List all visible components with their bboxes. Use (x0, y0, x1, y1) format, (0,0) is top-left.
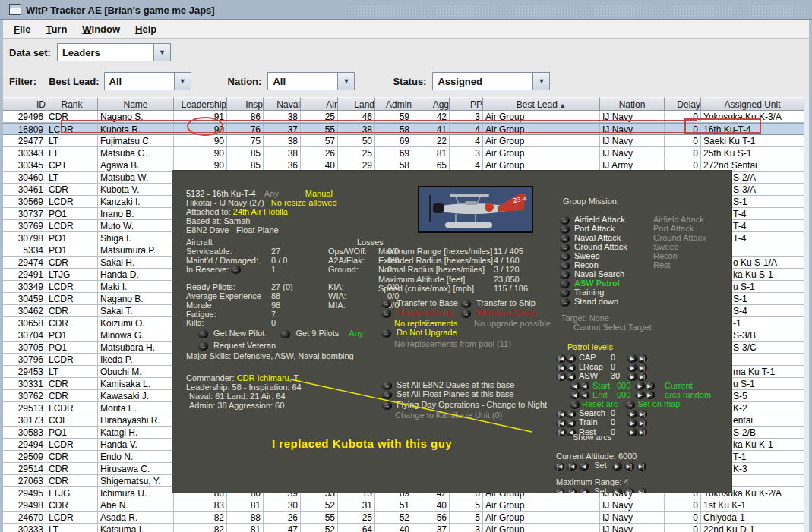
arc-up-button[interactable]: ▶ (635, 382, 645, 390)
mission-arrow-icon[interactable]: → (560, 235, 570, 243)
mission-option-naval-attack[interactable]: →Naval Attack (560, 233, 621, 243)
base-action-button[interactable]: →Set All E8N2 Daves at this base (382, 380, 514, 390)
patrol-max-button[interactable]: ▶| (637, 428, 647, 436)
patrol-max-button[interactable]: ▶| (637, 373, 647, 381)
range-down-button[interactable]: ◀ (579, 488, 589, 493)
altitude-down-fast-button[interactable]: |◀ (567, 462, 577, 471)
patrol-min-button[interactable]: |◀ (556, 410, 566, 418)
mission-option-training[interactable]: →Training (560, 288, 604, 297)
patrol-down-button[interactable]: ◀ (566, 419, 576, 427)
reset-arc-button[interactable]: Reset arc (580, 399, 618, 408)
disband-group-button[interactable]: Disband Group (397, 308, 453, 317)
request-veteran-button[interactable]: Request Veteran (213, 341, 276, 350)
column-header-insp[interactable]: Insp (227, 97, 264, 111)
action-arrow-icon[interactable]: → (382, 401, 392, 410)
table-row[interactable]: 24670LCDRAsada R.828826552552565Air Grou… (3, 512, 804, 524)
attached-value[interactable]: 24th Air Flotilla (233, 207, 288, 216)
column-header-leadership[interactable]: Leadership (174, 97, 227, 111)
patrol-max-button[interactable]: ▶| (637, 410, 647, 418)
transfer-to-base-button[interactable]: Transfer to Base (397, 298, 458, 307)
patrol-up-button[interactable]: ▶ (627, 373, 637, 381)
menu-turn[interactable]: Turn (39, 21, 73, 37)
arc-down-button[interactable]: ◀ (580, 391, 589, 399)
disband-group-icon[interactable]: → (381, 310, 391, 318)
base-action-button[interactable]: →Set All Float Planes at this base (382, 389, 514, 399)
arc-down-fast-button[interactable]: ◀ (570, 391, 580, 399)
column-header-air[interactable]: Air (301, 97, 338, 111)
mission-option-sweep[interactable]: →Sweep (560, 251, 600, 261)
patrol-down-button[interactable]: ◀ (566, 410, 576, 418)
mission-option-stand-down[interactable]: →Stand down (560, 297, 618, 307)
column-header-best-lead[interactable]: Best Lead ▲ (483, 97, 600, 111)
patrol-up-button[interactable]: ▶ (627, 419, 637, 427)
arc-up-fast-button[interactable]: ▶| (645, 382, 655, 390)
table-row[interactable]: 30345CPTAgawa B.908536402958654Air Group… (3, 159, 804, 172)
range-down-fast-button[interactable]: |◀ (567, 488, 577, 493)
set-on-map-icon[interactable]: → (625, 401, 635, 409)
action-arrow-icon[interactable]: → (382, 391, 392, 399)
table-header[interactable]: IDRankNameLeadershipInspNavalAirLandAdmi… (3, 97, 804, 111)
dataset-combo[interactable]: Leaders ▼ (57, 43, 171, 61)
get-new-pilot-button[interactable]: Get New Pilot (213, 329, 264, 338)
range-up-fast-button[interactable]: ▶| (624, 488, 634, 493)
mission-option-port-attack[interactable]: →Port Attack (560, 224, 615, 234)
patrol-min-button[interactable]: |◀ (556, 419, 566, 427)
altitude-down-button[interactable]: ◀ (579, 462, 589, 471)
range-min-button[interactable]: |◀ (554, 488, 564, 493)
show-arcs-button[interactable]: Show arcs (573, 433, 611, 442)
column-header-naval[interactable]: Naval (264, 97, 301, 111)
plane-line[interactable]: E8N2 Dave - Float Plane (186, 225, 279, 235)
column-header-admin[interactable]: Admin (375, 97, 412, 111)
patrol-min-button[interactable]: |◀ (556, 354, 566, 363)
patrol-up-button[interactable]: ▶ (627, 354, 637, 363)
mission-arrow-icon[interactable]: → (560, 262, 570, 270)
transfer-ship-icon[interactable]: → (461, 300, 471, 308)
chevron-down-icon[interactable]: ▼ (337, 73, 354, 90)
mission-option-asw-patrol[interactable]: →ASW Patrol (560, 279, 620, 288)
base-action-button[interactable]: →Flying Day Operations - Change to Night (382, 400, 547, 410)
column-header-rank[interactable]: Rank (46, 97, 98, 111)
status-filter-combo[interactable]: Assigned ▼ (432, 72, 550, 90)
patrol-up-button[interactable]: ▶ (627, 410, 637, 418)
patrol-min-button[interactable]: |◀ (556, 428, 566, 436)
set-on-map-button[interactable]: Set on map (635, 399, 680, 408)
patrol-down-button[interactable]: ◀ (566, 354, 576, 363)
get-9-pilots-icon[interactable]: → (280, 330, 290, 338)
mission-arrow-icon[interactable]: → (560, 289, 570, 297)
patrol-max-button[interactable]: ▶| (637, 354, 647, 363)
mission-option-recon[interactable]: →Recon (560, 260, 599, 270)
scrollbar-track[interactable] (804, 97, 809, 532)
column-header-agg[interactable]: Agg (412, 97, 450, 111)
reset-arc-icon[interactable]: → (570, 401, 580, 409)
reserve-toggle-icon[interactable]: ← (231, 266, 241, 274)
table-row[interactable]: 29477LTFujimatsu C.907538575069224Air Gr… (3, 135, 804, 147)
table-row[interactable]: 30343LTMatsuba G.908538262569813Air Grou… (3, 147, 804, 159)
patrol-up-button[interactable]: ▶ (627, 428, 637, 436)
column-header-land[interactable]: Land (338, 97, 375, 111)
get-9-pilots-button[interactable]: Get 9 Pilots (295, 329, 339, 338)
menu-window[interactable]: Window (76, 21, 126, 37)
arc-down-fast-button[interactable]: ◀ (570, 382, 580, 390)
patrol-max-button[interactable]: ▶| (637, 419, 647, 427)
column-header-nation[interactable]: Nation (600, 97, 665, 111)
altitude-up-button[interactable]: ▶ (612, 462, 622, 471)
commander-name[interactable]: CDR Ichimaru, T. (237, 373, 301, 382)
arc-up-button[interactable]: ▶ (635, 391, 645, 399)
mission-arrow-icon[interactable]: → (560, 225, 570, 234)
altitude-up-fast-button[interactable]: ▶| (624, 462, 634, 471)
column-header-name[interactable]: Name (98, 97, 174, 111)
column-header-pp[interactable]: PP (450, 97, 483, 111)
mission-option-airfield-attack[interactable]: →Airfield Attack (560, 215, 625, 225)
bestlead-filter-combo[interactable]: All ▼ (104, 72, 191, 90)
mission-option-naval-search[interactable]: →Naval Search (560, 269, 624, 279)
menu-file[interactable]: File (8, 21, 36, 37)
patrol-min-button[interactable]: |◀ (556, 364, 566, 372)
altitude-min-button[interactable]: |◀ (554, 462, 564, 471)
mission-option-ground-attack[interactable]: →Ground Attack (560, 242, 627, 252)
range-up-button[interactable]: ▶ (612, 488, 622, 493)
range-max-button[interactable]: ▶| (637, 488, 646, 493)
from-value[interactable]: Any (349, 329, 363, 338)
column-header-assigned-unit[interactable]: Assigned Unit (701, 97, 804, 111)
menu-help[interactable]: Help (129, 21, 163, 37)
arc-down-button[interactable]: ◀ (580, 382, 589, 390)
